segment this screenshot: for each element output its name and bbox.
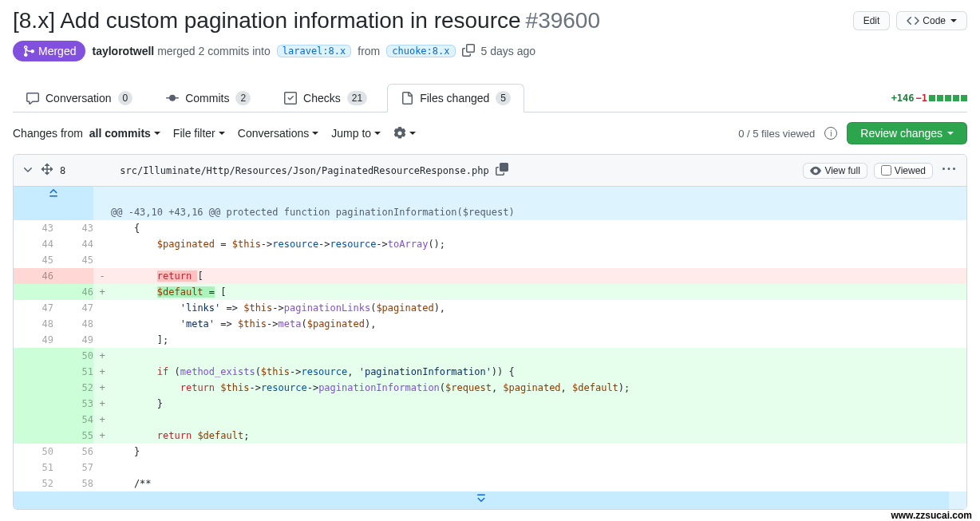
new-line-num[interactable]: 47 <box>53 300 93 316</box>
code-button[interactable]: Code <box>896 11 967 30</box>
file-path[interactable]: src/Illuminate/Http/Resources/Json/Pagin… <box>120 165 488 176</box>
diff-line[interactable]: 5157 <box>14 460 966 476</box>
old-line-num[interactable] <box>14 364 53 380</box>
diff-line[interactable]: 4949 ]; <box>14 332 966 348</box>
diff-marker <box>93 316 111 332</box>
new-line-num[interactable]: 55 <box>53 428 93 444</box>
old-line-num[interactable]: 49 <box>14 332 53 348</box>
edit-button[interactable]: Edit <box>853 11 891 30</box>
expand-all-icon[interactable] <box>41 163 53 178</box>
tab-checks[interactable]: Checks 21 <box>271 84 381 112</box>
diff-line[interactable]: 50+ <box>14 348 966 364</box>
tab-files-changed[interactable]: Files changed 5 <box>387 84 524 112</box>
old-line-num[interactable]: 43 <box>14 220 53 236</box>
changes-from-dropdown[interactable]: Changes from all commits <box>13 127 160 140</box>
diffstat-removed: −1 <box>916 93 927 104</box>
new-line-num[interactable] <box>53 268 93 284</box>
diff-code <box>111 252 966 268</box>
viewed-checkbox[interactable]: Viewed <box>874 163 933 179</box>
head-branch[interactable]: chuoke:8.x <box>386 45 455 57</box>
tab-commits[interactable]: Commits 2 <box>152 84 264 112</box>
diff-code: ]; <box>111 332 966 348</box>
copy-path-icon[interactable] <box>496 163 508 178</box>
diff-marker <box>93 236 111 252</box>
diff-line[interactable]: 51+ if (method_exists($this->resource, '… <box>14 364 966 380</box>
expand-down-row[interactable] <box>14 491 966 509</box>
diff-line[interactable]: 5258 /** <box>14 476 966 491</box>
old-line-num[interactable] <box>14 284 53 300</box>
diff-line[interactable]: 53+ } <box>14 396 966 412</box>
tab-conversation[interactable]: Conversation 0 <box>13 84 146 112</box>
tab-files-count: 5 <box>496 91 511 105</box>
diff-code <box>111 412 966 428</box>
new-line-num[interactable]: 50 <box>53 348 93 364</box>
view-full-button[interactable]: View full <box>803 163 867 179</box>
files-viewed-label: 0 / 5 files viewed <box>738 128 815 140</box>
old-line-num[interactable]: 46 <box>14 268 53 284</box>
new-line-num[interactable]: 45 <box>53 252 93 268</box>
old-line-num[interactable]: 48 <box>14 316 53 332</box>
new-line-num[interactable]: 46 <box>53 284 93 300</box>
diff-marker <box>93 252 111 268</box>
new-line-num[interactable]: 53 <box>53 396 93 412</box>
new-line-num[interactable]: 54 <box>53 412 93 428</box>
header-diffstat: +146 −1 <box>891 93 967 104</box>
new-line-num[interactable]: 44 <box>53 236 93 252</box>
new-line-num[interactable]: 56 <box>53 444 93 460</box>
expand-up-row[interactable] <box>14 187 966 204</box>
jump-to-dropdown[interactable]: Jump to <box>331 127 381 140</box>
diff-code: return $default; <box>111 428 966 444</box>
chevron-down-icon[interactable] <box>22 163 34 178</box>
diff-marker <box>93 460 111 476</box>
diff-line[interactable]: 54+ <box>14 412 966 428</box>
diff-settings-dropdown[interactable] <box>393 127 416 140</box>
old-line-num[interactable] <box>14 412 53 428</box>
diff-line[interactable]: 52+ return $this->resource->paginationIn… <box>14 380 966 396</box>
tab-commits-label: Commits <box>185 92 229 105</box>
pr-author[interactable]: taylorotwell <box>92 45 154 57</box>
info-icon[interactable]: i <box>824 127 837 140</box>
diff-line[interactable]: 55+ return $default; <box>14 428 966 444</box>
old-line-num[interactable] <box>14 348 53 364</box>
new-line-num[interactable]: 51 <box>53 364 93 380</box>
base-branch[interactable]: laravel:8.x <box>277 45 351 57</box>
code-button-label: Code <box>923 15 946 26</box>
kebab-icon[interactable] <box>939 160 958 181</box>
tab-commits-count: 2 <box>235 91 251 105</box>
old-line-num[interactable] <box>14 428 53 444</box>
review-changes-button[interactable]: Review changes <box>847 122 967 144</box>
diff-code: $default = [ <box>111 284 966 300</box>
diff-line[interactable]: 4545 <box>14 252 966 268</box>
file-filter-dropdown[interactable]: File filter <box>173 127 225 140</box>
viewed-checkbox-input[interactable] <box>881 165 891 176</box>
old-line-num[interactable] <box>14 396 53 412</box>
diff-line[interactable]: 46- return [ <box>14 268 966 284</box>
new-line-num[interactable]: 48 <box>53 316 93 332</box>
old-line-num[interactable]: 47 <box>14 300 53 316</box>
diff-line[interactable]: 4343 { <box>14 220 966 236</box>
diff-line[interactable]: 46+ $default = [ <box>14 284 966 300</box>
new-line-num[interactable]: 52 <box>53 380 93 396</box>
new-line-num[interactable]: 58 <box>53 476 93 491</box>
gear-icon <box>393 127 406 140</box>
old-line-num[interactable]: 51 <box>14 460 53 476</box>
diff-code <box>111 348 966 364</box>
copy-branch-icon[interactable] <box>462 44 475 59</box>
old-line-num[interactable] <box>14 380 53 396</box>
new-line-num[interactable]: 43 <box>53 220 93 236</box>
conversations-dropdown[interactable]: Conversations <box>238 127 319 140</box>
pr-state-badge: Merged <box>13 41 85 61</box>
expand-down-icon <box>475 491 488 504</box>
new-line-num[interactable]: 57 <box>53 460 93 476</box>
merge-icon <box>22 45 35 57</box>
diff-line[interactable]: 5056 } <box>14 444 966 460</box>
diffstat-added: +146 <box>891 93 915 104</box>
old-line-num[interactable]: 45 <box>14 252 53 268</box>
diff-line[interactable]: 4444 $paginated = $this->resource->resou… <box>14 236 966 252</box>
old-line-num[interactable]: 52 <box>14 476 53 491</box>
diff-line[interactable]: 4747 'links' => $this->paginationLinks($… <box>14 300 966 316</box>
old-line-num[interactable]: 50 <box>14 444 53 460</box>
new-line-num[interactable]: 49 <box>53 332 93 348</box>
old-line-num[interactable]: 44 <box>14 236 53 252</box>
diff-line[interactable]: 4848 'meta' => $this->meta($paginated), <box>14 316 966 332</box>
